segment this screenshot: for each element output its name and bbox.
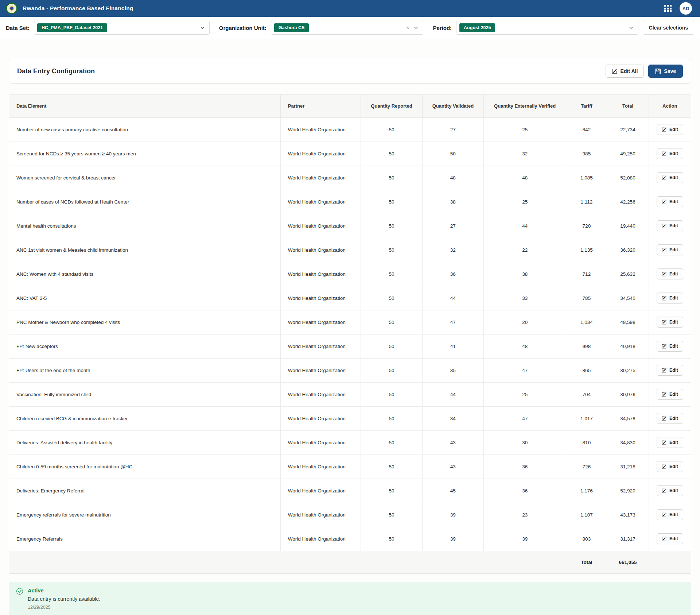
data-element-cell: Number of cases of NCDs followed at Heat…	[9, 190, 280, 214]
quantity-reported-cell: 50	[361, 527, 422, 551]
edit-label: Edit	[669, 512, 678, 517]
orgunit-select[interactable]: Gashora CS ×	[271, 21, 424, 35]
edit-row-button[interactable]: Edit	[657, 148, 683, 159]
partner-cell: World Health Organization	[280, 214, 361, 238]
partner-cell: World Health Organization	[280, 382, 361, 406]
tariff-cell: 803	[566, 527, 607, 551]
table-row: Women screened for cervical & breast can…	[9, 166, 691, 190]
total-cell: 30,976	[607, 382, 649, 406]
pencil-square-icon	[662, 272, 666, 276]
data-element-cell: FP: Users at the end of the month	[9, 358, 280, 382]
quantity-externally-verified-cell: 30	[484, 430, 566, 455]
quantity-reported-cell: 50	[361, 286, 422, 310]
clear-selections-button[interactable]: Clear selections	[643, 21, 694, 35]
clear-orgunit-icon[interactable]: ×	[406, 25, 409, 31]
quantity-reported-cell: 50	[361, 262, 422, 286]
edit-row-button[interactable]: Edit	[657, 293, 683, 303]
table-row: Mental health consultationsWorld Health …	[9, 214, 691, 238]
quantity-reported-cell: 50	[361, 430, 422, 455]
col-quantity-reported: Quantity Reported	[361, 95, 422, 117]
quantity-reported-cell: 50	[361, 310, 422, 334]
quantity-validated-cell: 44	[422, 286, 483, 310]
edit-row-button[interactable]: Edit	[657, 533, 683, 544]
partner-cell: World Health Organization	[280, 238, 361, 262]
table-row: Vaccination: Fully immunized childWorld …	[9, 382, 691, 406]
quantity-validated-cell: 27	[422, 214, 483, 238]
quantity-reported-cell: 50	[361, 406, 422, 430]
tariff-cell: 1,034	[566, 310, 607, 334]
quantity-reported-cell: 50	[361, 479, 422, 503]
action-cell: Edit	[649, 286, 691, 310]
edit-row-button[interactable]: Edit	[657, 268, 683, 279]
edit-row-button[interactable]: Edit	[657, 437, 683, 448]
edit-row-button[interactable]: Edit	[657, 220, 683, 231]
edit-row-button[interactable]: Edit	[657, 509, 683, 520]
edit-label: Edit	[669, 368, 678, 373]
partner-cell: World Health Organization	[280, 286, 361, 310]
edit-label: Edit	[669, 416, 678, 421]
table-row: Deliveries: Emergency ReferralWorld Heal…	[9, 479, 691, 503]
tariff-cell: 865	[566, 358, 607, 382]
filter-bar: Data Set: HC_PMA_PBF_Dataset 2021 Organi…	[0, 17, 700, 39]
table-row: ANC: Women with 4 standard visitsWorld H…	[9, 262, 691, 286]
table-row: Deliveries: Assisted delivery in health …	[9, 430, 691, 455]
edit-row-button[interactable]: Edit	[657, 365, 683, 376]
quantity-externally-verified-cell: 39	[484, 527, 566, 551]
partner-cell: World Health Organization	[280, 479, 361, 503]
col-partner: Partner	[280, 95, 361, 117]
action-cell: Edit	[649, 214, 691, 238]
table-row: FP: New acceptorsWorld Health Organizati…	[9, 334, 691, 358]
edit-row-button[interactable]: Edit	[657, 124, 683, 135]
edit-row-button[interactable]: Edit	[657, 196, 683, 207]
status-title: Active	[28, 588, 100, 593]
edit-label: Edit	[669, 440, 678, 445]
data-element-cell: Screened for NCDs ≥ 35 years women ≥ 40 …	[9, 142, 280, 166]
quantity-validated-cell: 32	[422, 238, 483, 262]
edit-row-button[interactable]: Edit	[657, 341, 683, 352]
total-cell: 49,250	[607, 142, 649, 166]
table-row: Number of cases of NCDs followed at Heat…	[9, 190, 691, 214]
tariff-cell: 810	[566, 430, 607, 455]
data-element-cell: Emergency referrals for severe malnutrit…	[9, 503, 280, 527]
avatar[interactable]: AD	[680, 2, 692, 15]
logo-core	[9, 6, 14, 11]
action-cell: Edit	[649, 455, 691, 479]
quantity-reported-cell: 50	[361, 142, 422, 166]
edit-label: Edit	[669, 344, 678, 349]
total-cell: 25,632	[607, 262, 649, 286]
pencil-square-icon	[662, 248, 666, 252]
edit-row-button[interactable]: Edit	[657, 485, 683, 496]
pencil-square-icon	[662, 320, 666, 325]
data-element-cell: ANC 1st visit women & Measles child immu…	[9, 238, 280, 262]
dataset-select[interactable]: HC_PMA_PBF_Dataset 2021	[34, 21, 210, 35]
tariff-cell: 726	[566, 455, 607, 479]
edit-row-button[interactable]: Edit	[657, 389, 683, 400]
action-cell: Edit	[649, 382, 691, 406]
edit-label: Edit	[669, 223, 678, 228]
edit-row-button[interactable]: Edit	[657, 244, 683, 255]
edit-label: Edit	[669, 392, 678, 397]
edit-row-button[interactable]: Edit	[657, 461, 683, 472]
quantity-externally-verified-cell: 48	[484, 334, 566, 358]
apps-grid-icon[interactable]	[664, 5, 672, 12]
edit-row-button[interactable]: Edit	[657, 413, 683, 424]
col-quantity-externally-verified: Quantity Externally Verified	[484, 95, 566, 117]
quantity-externally-verified-cell: 20	[484, 310, 566, 334]
total-cell: 40,918	[607, 334, 649, 358]
period-select[interactable]: August 2025	[456, 21, 638, 35]
quantity-validated-cell: 27	[422, 117, 483, 142]
col-quantity-validated: Quantity Validated	[422, 95, 483, 117]
edit-row-button[interactable]: Edit	[657, 317, 683, 328]
table-row: FP: Users at the end of the monthWorld H…	[9, 358, 691, 382]
edit-label: Edit	[669, 247, 678, 252]
edit-row-button[interactable]: Edit	[657, 172, 683, 183]
partner-cell: World Health Organization	[280, 166, 361, 190]
data-element-cell: Vaccination: Fully immunized child	[9, 382, 280, 406]
total-cell: 30,275	[607, 358, 649, 382]
table-row: PNC Mother & Newborn who completed 4 vis…	[9, 310, 691, 334]
pencil-square-icon	[612, 69, 617, 74]
tariff-cell: 1,017	[566, 406, 607, 430]
edit-all-button[interactable]: Edit All	[606, 65, 644, 78]
save-button[interactable]: Save	[648, 65, 683, 78]
table-footer-row: Total 661,055	[9, 551, 691, 573]
